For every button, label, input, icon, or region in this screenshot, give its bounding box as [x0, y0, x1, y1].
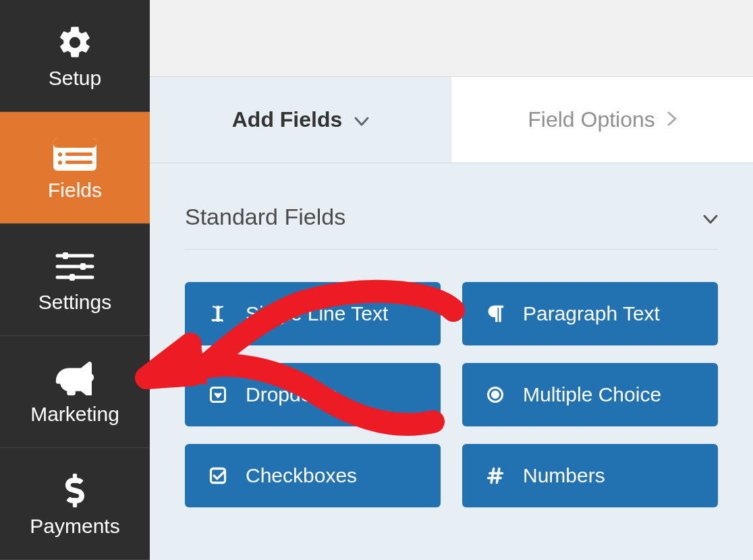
tab-field-options[interactable]: Field Options: [451, 77, 753, 163]
svg-rect-10: [80, 263, 86, 270]
standard-fields-section: Standard Fields Single Line Text Paragra…: [150, 163, 753, 534]
section-header[interactable]: Standard Fields: [185, 204, 718, 250]
tab-label: Field Options: [528, 107, 655, 132]
sidebar-item-marketing[interactable]: Marketing: [0, 336, 150, 448]
bullhorn-icon: [55, 358, 95, 399]
list-form-icon: [51, 134, 99, 175]
sidebar-item-settings[interactable]: Settings: [0, 224, 150, 336]
sidebar-item-fields[interactable]: Fields: [0, 112, 150, 224]
radio-dot-icon: [484, 383, 507, 406]
field-label: Dropdown: [246, 383, 338, 406]
svg-rect-12: [69, 274, 75, 281]
field-multiple-choice[interactable]: Multiple Choice: [462, 363, 718, 426]
sidebar-item-payments[interactable]: Payments: [0, 448, 150, 560]
svg-line-20: [491, 469, 494, 483]
chevron-right-icon: [667, 109, 677, 131]
check-square-icon: [206, 464, 229, 487]
sidebar-item-label: Payments: [30, 515, 119, 538]
field-single-line-text[interactable]: Single Line Text: [185, 282, 441, 345]
svg-point-16: [492, 391, 498, 397]
field-label: Multiple Choice: [523, 383, 661, 406]
field-label: Paragraph Text: [523, 302, 660, 325]
field-label: Numbers: [523, 464, 605, 487]
svg-rect-1: [53, 138, 96, 148]
tab-add-fields[interactable]: Add Fields: [150, 77, 451, 163]
svg-rect-4: [65, 152, 92, 156]
dollar-icon: [64, 470, 86, 511]
main-panel: Add Fields Field Options Standard Fields: [150, 0, 753, 560]
sidebar-item-label: Settings: [38, 291, 111, 314]
tabs: Add Fields Field Options: [150, 77, 753, 163]
svg-point-5: [58, 161, 62, 165]
caret-down-square-icon: [206, 383, 229, 406]
sliders-icon: [55, 246, 95, 287]
field-label: Single Line Text: [246, 302, 388, 325]
svg-rect-8: [63, 252, 68, 259]
sidebar-item-setup[interactable]: Setup: [0, 0, 150, 112]
field-checkboxes[interactable]: Checkboxes: [185, 444, 441, 507]
field-grid: Single Line Text Paragraph Text Dropdown…: [185, 282, 718, 507]
field-paragraph-text[interactable]: Paragraph Text: [462, 282, 718, 345]
sidebar: Setup Fields: [0, 0, 150, 560]
chevron-down-icon: [354, 109, 369, 131]
chevron-down-icon: [703, 206, 718, 229]
section-title: Standard Fields: [185, 204, 345, 230]
gear-icon: [56, 22, 94, 63]
text-cursor-icon: [206, 302, 229, 325]
top-bar: [150, 0, 753, 77]
paragraph-icon: [484, 302, 507, 325]
sidebar-item-label: Setup: [49, 67, 101, 90]
sidebar-item-label: Marketing: [30, 403, 119, 426]
tab-label: Add Fields: [232, 107, 343, 132]
field-numbers[interactable]: Numbers: [462, 444, 718, 507]
hash-icon: [484, 464, 507, 487]
svg-line-21: [497, 469, 499, 483]
svg-point-3: [58, 152, 62, 157]
sidebar-item-label: Fields: [48, 179, 102, 202]
svg-rect-6: [65, 161, 92, 164]
field-dropdown[interactable]: Dropdown: [185, 363, 441, 426]
field-label: Checkboxes: [246, 464, 357, 487]
